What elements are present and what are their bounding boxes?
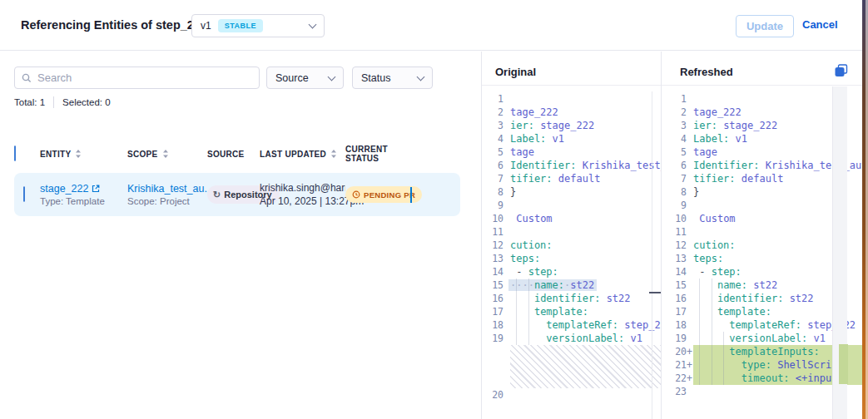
code-line: 9: [482, 199, 661, 212]
chevron-down-icon: [417, 72, 425, 81]
diff-pane: Original Refreshed 12tage_2223ier: stage…: [481, 52, 862, 419]
code-line: 12cution:: [482, 239, 661, 252]
scope-link[interactable]: Krishika_test_au...: [127, 183, 207, 195]
column-header-scope[interactable]: SCOPE: [127, 149, 207, 159]
code-line: 7tifier: default: [482, 172, 661, 185]
select-all-checkbox[interactable]: [14, 145, 16, 161]
code-line: 14 - step:: [482, 265, 661, 279]
code-line: 17 template:: [482, 305, 661, 318]
column-header-source: SOURCE: [207, 150, 260, 159]
editor-ruler: [652, 91, 652, 419]
indent-guide: [712, 279, 712, 385]
updated-by: krishika.singh@harnes...: [260, 182, 345, 194]
code-line: 18 templateRef: step_222: [482, 318, 661, 332]
indent-guide: [723, 332, 724, 385]
version-label: v1: [201, 20, 211, 32]
indent-guide: [699, 279, 700, 385]
modal-header: Referencing Entities of step_222 v1 STAB…: [0, 0, 862, 51]
search-icon: [22, 73, 32, 83]
entity-link[interactable]: stage_222: [40, 183, 127, 195]
external-link-icon: [92, 185, 100, 193]
selected-count: Selected: 0: [62, 97, 111, 107]
code-line: 10 Custom: [482, 212, 661, 225]
original-code-panel[interactable]: 12tage_2223ier: stage_2224Label: v15tage…: [482, 86, 661, 419]
page-title: Referencing Entities of step_222: [21, 18, 207, 32]
status-filter-dropdown[interactable]: Status: [352, 67, 433, 89]
sort-icon[interactable]: [75, 149, 82, 159]
clock-icon: [352, 190, 360, 199]
scope-sub: Scope: Project: [127, 196, 207, 206]
stable-badge: STABLE: [218, 19, 263, 32]
cancel-button[interactable]: Cancel: [802, 18, 838, 31]
row-checkbox[interactable]: [23, 186, 25, 202]
indent-guide: [528, 279, 529, 345]
code-line: 13teps:: [482, 252, 661, 265]
table-header: ENTITY SCOPE SOURCE LAST UPDATED CURRENT…: [14, 145, 460, 163]
code-line: 5tage: [482, 145, 661, 159]
source-filter-label: Source: [275, 72, 309, 84]
sort-icon[interactable]: [330, 149, 337, 159]
divider: [53, 96, 54, 108]
code-line: 3ier: stage_222: [482, 119, 661, 132]
code-line: 15····name:·st22: [482, 279, 661, 292]
column-header-current-status: CURRENT STATUS: [345, 145, 410, 163]
expand-row-chevron-icon[interactable]: [410, 187, 412, 203]
column-header-entity[interactable]: ENTITY: [40, 149, 127, 159]
code-line: 16 identifier: st22: [482, 292, 661, 305]
original-panel-title: Original: [495, 66, 536, 78]
column-header-last-updated[interactable]: LAST UPDATED: [260, 149, 345, 159]
copy-icon[interactable]: [835, 64, 848, 77]
code-line: 20: [482, 388, 661, 402]
scrollbar-track[interactable]: [832, 86, 847, 419]
updated-at: Apr 10, 2025 | 13:27pm: [260, 195, 345, 207]
code-line: 19 versionLabel: v1: [482, 332, 661, 345]
selection-summary: Total: 1 Selected: 0: [14, 96, 111, 108]
status-filter-label: Status: [361, 72, 390, 84]
search-input[interactable]: [37, 71, 252, 84]
diff-collapsed-region: [510, 345, 661, 388]
diff-connector-mark: [649, 292, 661, 293]
source-filter-dropdown[interactable]: Source: [266, 67, 344, 89]
indent-guide: [516, 279, 517, 345]
sort-icon[interactable]: [162, 149, 169, 159]
table-row[interactable]: stage_222 Type: Template Krishika_test_a…: [14, 173, 460, 216]
code-line: 8}: [482, 185, 661, 199]
background-edge: [862, 0, 868, 419]
referencing-entities-pane: Source Status Total: 1 Selected: 0 ENTIT…: [0, 52, 481, 419]
update-button[interactable]: Update: [736, 15, 794, 37]
total-count: Total: 1: [14, 97, 45, 107]
diff-header: Original Refreshed: [482, 52, 862, 86]
code-line: 4Label: v1: [482, 132, 661, 145]
version-dropdown[interactable]: v1 STABLE: [191, 14, 325, 37]
entity-type: Type: Template: [40, 196, 127, 206]
chevron-down-icon: [309, 21, 317, 29]
refreshed-panel-title: Refreshed: [680, 66, 733, 78]
code-line: 1: [482, 92, 661, 106]
diff-change-marker: [839, 344, 848, 384]
repository-icon: ↻: [213, 190, 221, 200]
chevron-down-icon: [328, 72, 336, 81]
code-line: 2tage_222: [482, 106, 661, 119]
code-line: 11: [482, 225, 661, 239]
search-box: [14, 67, 260, 89]
code-line: 6Identifier: Krishika_test_aut: [482, 159, 661, 172]
